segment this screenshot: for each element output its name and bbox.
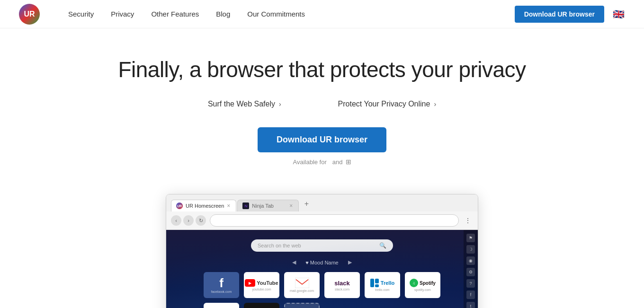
logo[interactable]: UR: [19, 4, 40, 25]
logo-text: UR: [24, 10, 35, 18]
hero-feature-links: Surf the Web Safely › Protect Your Priva…: [19, 100, 625, 108]
browser-tabs: UR UR Homescreen × N Ninja Tab × +: [171, 198, 473, 211]
nav-download-button[interactable]: Download UR browser: [515, 6, 604, 23]
browser-sidebar: ⚑ ☽ ◉ ⚙ ? f t: [464, 230, 478, 308]
forward-button[interactable]: ›: [183, 215, 194, 226]
slack-domain: slack.com: [335, 288, 349, 291]
browser-toolbar: ‹ › ↻ ⋮: [166, 211, 478, 230]
nav-security[interactable]: Security: [68, 10, 94, 18]
mood-bar: ◀ ♥ Mood Name ▶: [292, 259, 352, 265]
new-tab-button[interactable]: +: [300, 198, 313, 211]
tab-close-icon[interactable]: ×: [227, 203, 230, 209]
hero-link-privacy-label: Protect Your Privacy Online: [338, 100, 430, 108]
youtube-logo-group: ▶ YouTube: [245, 279, 278, 287]
speed-dial-add[interactable]: + Add site: [284, 303, 320, 308]
browser-chrome: UR UR Homescreen × N Ninja Tab × +: [166, 194, 478, 211]
trello-domain: trello.com: [375, 288, 389, 291]
tab-homescreen-label: UR Homescreen: [186, 203, 224, 209]
nav-commitments[interactable]: Our Commitments: [247, 10, 305, 18]
youtube-play-icon: ▶: [245, 279, 255, 287]
facebook-logo: f: [219, 277, 224, 289]
speed-dial-dribbble[interactable]: ⚽ dribbble.com: [204, 303, 239, 308]
mood-right-arrow[interactable]: ▶: [348, 259, 352, 265]
nav-blog[interactable]: Blog: [216, 10, 230, 18]
nav-privacy[interactable]: Privacy: [111, 10, 134, 18]
sidebar-icon-5[interactable]: ?: [466, 279, 475, 288]
mood-left-arrow[interactable]: ◀: [292, 259, 296, 265]
speed-dial-spotify[interactable]: ♫ Spotify spotify.com: [405, 272, 440, 298]
trello-logo: Trello: [370, 279, 394, 287]
available-platforms: Available for and ⊞: [19, 158, 625, 166]
chevron-right-icon-surf: ›: [279, 100, 281, 108]
nav-other-features[interactable]: Other Features: [151, 10, 199, 18]
speed-dial-slack[interactable]: slack slack.com: [324, 272, 360, 298]
tab-ninja-label: Ninja Tab: [252, 203, 274, 209]
spotify-domain: spotify.com: [414, 288, 431, 291]
hero-download-button[interactable]: Download UR browser: [258, 127, 386, 152]
browser-menu-button[interactable]: ⋮: [463, 215, 473, 226]
tab-ur-icon: UR: [176, 202, 183, 209]
speed-dial-youtube[interactable]: ▶ YouTube youtube.com: [244, 272, 279, 298]
language-flag[interactable]: 🇬🇧: [612, 9, 625, 19]
spotify-logo: ♫ Spotify: [410, 279, 436, 287]
hero-link-surf[interactable]: Surf the Web Safely ›: [208, 100, 281, 108]
gmail-domain: mail.google.com: [290, 289, 314, 292]
speed-dial-netflix[interactable]: NETFLIX netflix.com: [244, 303, 279, 308]
sidebar-icon-2[interactable]: ☽: [466, 245, 475, 254]
sidebar-icon-1[interactable]: ⚑: [466, 234, 475, 242]
browser-mockup-container: UR UR Homescreen × N Ninja Tab × + ‹ › ↻: [0, 185, 644, 308]
browser-mockup: UR UR Homescreen × N Ninja Tab × + ‹ › ↻: [166, 194, 478, 308]
nav-links: Security Privacy Other Features Blog Our…: [68, 10, 515, 18]
browser-search-icon: 🔍: [379, 242, 386, 249]
youtube-text: YouTube: [257, 280, 278, 286]
browser-tab-ninja[interactable]: N Ninja Tab ×: [237, 200, 299, 211]
tab-ninja-close-icon[interactable]: ×: [289, 203, 293, 209]
sidebar-icon-7[interactable]: t: [466, 302, 475, 308]
sidebar-icon-3[interactable]: ◉: [466, 256, 475, 265]
browser-main-content: Search on the web 🔍 ◀ ♥ Mood Name ▶ f fa…: [166, 230, 478, 308]
browser-search-bar[interactable]: Search on the web 🔍: [251, 239, 393, 252]
browser-nav-buttons: ‹ › ↻: [171, 215, 206, 226]
back-button[interactable]: ‹: [171, 215, 181, 226]
browser-tab-homescreen[interactable]: UR UR Homescreen ×: [171, 200, 236, 211]
chevron-right-icon-privacy: ›: [434, 100, 436, 108]
address-bar[interactable]: [210, 214, 459, 227]
windows-icon: ⊞: [346, 158, 351, 166]
speed-dial-gmail[interactable]: mail.google.com: [284, 272, 320, 298]
hero-link-surf-label: Surf the Web Safely: [208, 100, 275, 108]
hero-link-privacy[interactable]: Protect Your Privacy Online ›: [338, 100, 436, 108]
browser-search-placeholder: Search on the web: [258, 243, 379, 248]
speed-dial-facebook[interactable]: f facebook.com: [204, 272, 239, 298]
youtube-domain: youtube.com: [252, 288, 271, 291]
mood-label: ♥ Mood Name: [305, 260, 339, 265]
sidebar-icon-4[interactable]: ⚙: [466, 268, 475, 276]
gmail-logo: [295, 278, 309, 288]
speed-dial-trello[interactable]: Trello trello.com: [365, 272, 400, 298]
speed-dial-grid: f facebook.com ▶ YouTube youtube.com: [204, 272, 440, 308]
nav-actions: Download UR browser 🇬🇧: [515, 6, 625, 23]
hero-title: Finally, a browser that protects your pr…: [19, 57, 625, 83]
slack-logo: slack: [334, 280, 350, 287]
refresh-button[interactable]: ↻: [196, 215, 206, 226]
hero-section: Finally, a browser that protects your pr…: [0, 28, 644, 185]
navbar: UR Security Privacy Other Features Blog …: [0, 0, 644, 28]
sidebar-icon-6[interactable]: f: [466, 290, 475, 299]
facebook-domain: facebook.com: [211, 290, 232, 293]
platform-icons: and ⊞: [330, 158, 351, 166]
tab-ninja-icon: N: [242, 202, 249, 209]
browser-content-area: ⚑ ☽ ◉ ⚙ ? f t Search on the web 🔍 ◀ ♥ Mo…: [166, 230, 478, 308]
